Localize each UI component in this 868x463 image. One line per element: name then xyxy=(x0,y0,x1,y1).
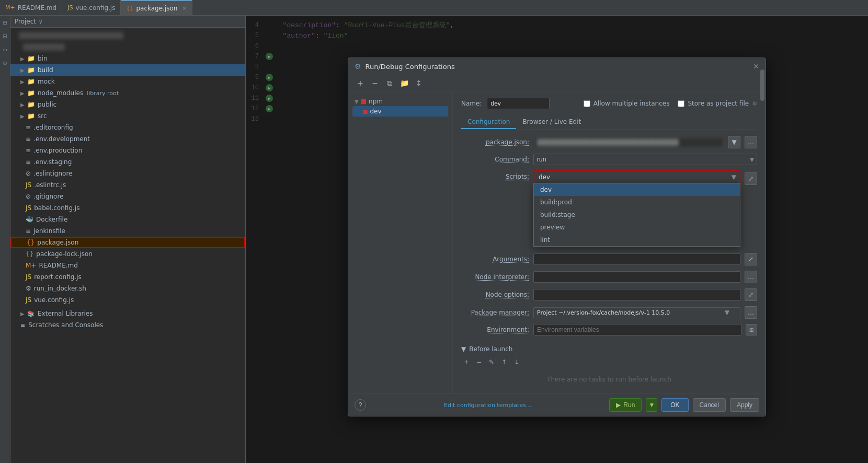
allow-multiple-checkbox[interactable] xyxy=(584,100,590,107)
tree-item-bin[interactable]: ▶ 📁 bin xyxy=(10,53,245,64)
run-button[interactable]: ▶ Run xyxy=(609,398,642,412)
packagejson-browse-dropdown-btn[interactable]: ▼ xyxy=(728,136,740,148)
before-up-btn[interactable]: ↑ xyxy=(499,357,509,367)
tree-item-babel[interactable]: JS babel.config.js xyxy=(10,202,245,214)
tab-configuration[interactable]: Configuration xyxy=(461,115,516,129)
sidebar-icon-3[interactable]: ↔ xyxy=(1,45,9,54)
toolbar-add-button[interactable]: + xyxy=(355,77,366,89)
scripts-expand-btn[interactable]: ⤢ xyxy=(745,172,757,185)
cancel-button[interactable]: Cancel xyxy=(693,398,726,412)
package-manager-select[interactable]: Project ~/.version-fox/cache/nodejs/v-1 … xyxy=(533,307,740,318)
tree-item-jenkinsfile[interactable]: ≡ Jenkinsfile xyxy=(10,225,245,237)
tree-item-env-dev[interactable]: ≡ .env.development xyxy=(10,133,245,145)
config-item-dev[interactable]: ■ dev xyxy=(352,106,448,117)
tree-item-node-modules[interactable]: ▶ 📁 node_modules library root xyxy=(10,87,245,99)
packagejson-tab-icon: {} xyxy=(126,5,133,11)
before-remove-btn[interactable]: − xyxy=(474,357,484,367)
toolbar-copy-button[interactable]: ⧉ xyxy=(384,77,395,89)
dropdown-item-dev[interactable]: dev xyxy=(534,183,740,196)
dialog-scrollbar-thumb[interactable] xyxy=(760,70,764,101)
tab-vueconfig[interactable]: JS vue.config.js xyxy=(62,0,121,15)
tree-item-env-staging[interactable]: ≡ .env.staging xyxy=(10,156,245,168)
readme-tab-icon: M+ xyxy=(5,4,15,11)
sidebar-icon-4[interactable]: ⚙ xyxy=(1,59,9,67)
form-label-command: Command: xyxy=(461,156,529,163)
before-add-btn[interactable]: + xyxy=(461,357,472,367)
tree-item-eslintrc[interactable]: JS .eslintrc.js xyxy=(10,179,245,191)
scripts-selected-value: dev xyxy=(539,173,550,181)
js-icon-eslintrc: JS xyxy=(26,181,31,189)
js-icon-babel: JS xyxy=(26,204,31,212)
tree-item-reportconfig[interactable]: JS report.config.js xyxy=(10,271,245,283)
node-interpreter-browse-btn[interactable]: … xyxy=(745,271,757,283)
apply-button[interactable]: Apply xyxy=(730,398,759,412)
form-label-package-manager: Package manager: xyxy=(461,309,529,316)
tree-label-scratches: Scratches and Consoles xyxy=(28,321,103,329)
tree-item-scratches[interactable]: ≡ Scratches and Consoles xyxy=(10,319,245,331)
before-down-btn[interactable]: ↓ xyxy=(511,357,522,367)
sidebar-icon-2[interactable]: ⊟ xyxy=(1,32,9,40)
tree-item-mock[interactable]: ▶ 📁 mock xyxy=(10,76,245,87)
dropdown-item-buildprod[interactable]: build:prod xyxy=(534,196,740,209)
environment-input[interactable] xyxy=(533,324,741,335)
node-interpreter-input[interactable] xyxy=(533,271,740,283)
run-arrow-button[interactable]: ▼ xyxy=(646,398,657,412)
tree-item-env-prod[interactable]: ≡ .env.production xyxy=(10,145,245,156)
dropdown-item-preview[interactable]: preview xyxy=(534,221,740,234)
scripts-select[interactable]: dev ▼ xyxy=(534,171,739,183)
sidebar-icon-1[interactable]: ⊞ xyxy=(1,18,9,27)
toolbar-remove-button[interactable]: − xyxy=(369,77,381,89)
tree-item-readme[interactable]: M+ README.md xyxy=(10,260,245,271)
config-group-npm-header[interactable]: ▼ ■ npm xyxy=(352,97,448,106)
tree-item-vueconfig[interactable]: JS vue.config.js xyxy=(10,294,245,306)
command-select-wrapper: run ▼ xyxy=(533,154,757,165)
before-launch-toolbar: + − ✎ ↑ ↓ xyxy=(461,357,757,367)
toolbar-sort-button[interactable]: ↕ xyxy=(413,77,425,89)
config-icon-env-staging: ≡ xyxy=(26,158,31,166)
environment-browse-btn[interactable]: ⊞ xyxy=(746,324,757,335)
tab-browser-live-edit[interactable]: Browser / Live Edit xyxy=(516,115,587,129)
tree-item-editorconfig[interactable]: ≡ .editorconfig xyxy=(10,122,245,133)
command-select[interactable]: run xyxy=(533,154,757,165)
before-edit-btn[interactable]: ✎ xyxy=(486,357,497,367)
tab-readme[interactable]: M+ README.md xyxy=(0,0,62,15)
tree-item-packagelock[interactable]: {} package-lock.json xyxy=(10,248,245,260)
edit-templates-link[interactable]: Edit configuration templates... xyxy=(444,402,531,409)
run-label: Run xyxy=(623,401,635,409)
tree-item-dockerfile[interactable]: 🐳 Dockerfile xyxy=(10,214,245,225)
before-launch-header[interactable]: ▼ Before launch xyxy=(461,345,757,353)
dropdown-item-buildstage[interactable]: build:stage xyxy=(534,209,740,221)
node-options-input[interactable] xyxy=(533,289,740,300)
tree-item-src[interactable]: ▶ 📁 src xyxy=(10,110,245,122)
help-button[interactable]: ? xyxy=(355,399,366,411)
tree-item-eslintignore[interactable]: ⊘ .eslintignore xyxy=(10,168,245,179)
tree-item-build[interactable]: ▶ 📁 build xyxy=(10,64,245,76)
tab-close-packagejson[interactable]: × xyxy=(182,5,186,11)
ext-libs-icon: 📚 xyxy=(27,310,35,317)
arguments-input[interactable] xyxy=(533,253,740,265)
packagejson-path-input[interactable]: ████████████████████████████████ xyxy=(533,137,724,148)
tree-item-gitignore[interactable]: ⊘ .gitignore xyxy=(10,191,245,202)
tree-item-runindocker[interactable]: ⚙ run_in_docker.sh xyxy=(10,283,245,294)
tree-item-packagejson[interactable]: {} package.json xyxy=(10,237,245,248)
scripts-select-arrow-icon: ▼ xyxy=(732,173,736,181)
tree-item-external-libraries[interactable]: ▶ 📚 External Libraries xyxy=(10,308,245,319)
dialog-close-button[interactable]: ✕ xyxy=(753,62,759,71)
config-tabs-row: Configuration Browser / Live Edit xyxy=(461,115,757,130)
scratches-icon: ≡ xyxy=(20,322,25,329)
packagejson-browse-btn[interactable]: … xyxy=(745,136,757,148)
store-project-gear-icon[interactable]: ⚙ xyxy=(752,100,757,107)
tree-item-public[interactable]: ▶ 📁 public xyxy=(10,99,245,110)
name-input[interactable] xyxy=(487,98,550,109)
project-caret-icon[interactable]: ∨ xyxy=(39,19,42,25)
dropdown-item-lint[interactable]: lint xyxy=(534,234,740,246)
tab-packagejson[interactable]: {} package.json × xyxy=(121,0,192,15)
folder-icon-public: 📁 xyxy=(27,101,35,108)
ok-button[interactable]: OK xyxy=(661,398,688,412)
dialog-scrollbar[interactable] xyxy=(759,58,766,416)
arguments-expand-btn[interactable]: ⤢ xyxy=(745,253,757,265)
toolbar-folder-button[interactable]: 📁 xyxy=(398,77,410,89)
store-as-project-checkbox[interactable] xyxy=(678,100,684,107)
package-manager-browse-btn[interactable]: … xyxy=(745,306,757,319)
node-options-expand-btn[interactable]: ⤢ xyxy=(745,288,757,301)
